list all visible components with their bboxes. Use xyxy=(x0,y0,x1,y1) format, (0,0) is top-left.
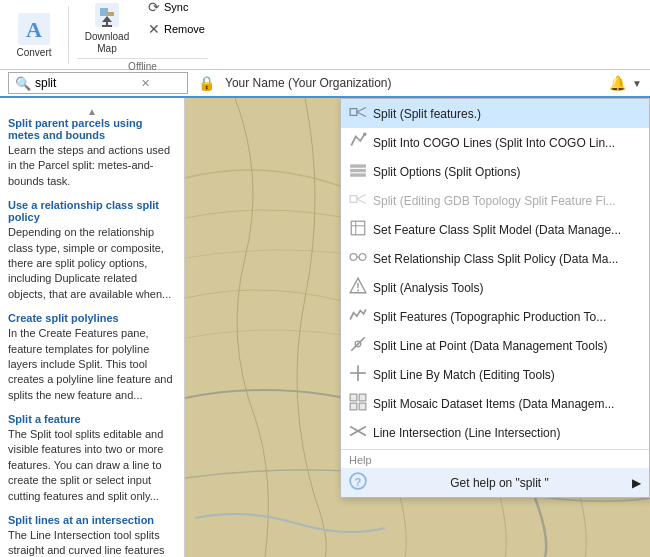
help-text-4: The Line Intersection tool splits straig… xyxy=(8,528,176,557)
help-panel: ▲ Split parent parcels using metes and b… xyxy=(0,98,185,557)
svg-text:A: A xyxy=(26,17,42,42)
split-options-icon xyxy=(349,161,367,182)
dropdown-item-line-intersection[interactable]: Line Intersection (Line Intersection) xyxy=(341,418,649,447)
offline-group-label: Offline xyxy=(77,58,208,72)
help-title-1[interactable]: Use a relationship class split policy xyxy=(8,199,176,223)
sync-icon: ⟳ xyxy=(148,0,160,15)
convert-label: Convert xyxy=(16,47,51,58)
dropdown-panel: Split (Split features.)Split Into COGO L… xyxy=(340,98,650,498)
dropdown-item-split-topographic[interactable]: Split Features (Topographic Production T… xyxy=(341,302,649,331)
remove-button[interactable]: ✕ Remove xyxy=(145,20,208,38)
convert-button[interactable]: A Convert xyxy=(8,6,60,64)
help-section-3: Split a featureThe Split tool splits edi… xyxy=(8,413,176,504)
help-title-3[interactable]: Split a feature xyxy=(8,413,176,425)
search-input-wrap[interactable]: 🔍 ✕ xyxy=(8,72,188,94)
svg-point-29 xyxy=(357,343,359,345)
svg-rect-3 xyxy=(100,8,108,16)
lock-icon: 🔒 xyxy=(198,75,215,91)
split-model-label: Set Feature Class Split Model (Data Mana… xyxy=(373,223,621,237)
svg-rect-34 xyxy=(350,403,357,410)
download-map-button[interactable]: DownloadMap xyxy=(77,0,137,56)
split-features-label: Split (Split features.) xyxy=(373,107,481,121)
ribbon-sync-remove: ⟳ Sync ✕ Remove xyxy=(145,0,208,38)
split-policy-label: Set Relationship Class Split Policy (Dat… xyxy=(373,252,618,266)
get-help-label: Get help on "split " xyxy=(450,476,549,490)
split-topographic-icon xyxy=(349,306,367,327)
split-mosaic-icon xyxy=(349,393,367,414)
split-at-point-icon xyxy=(349,335,367,356)
svg-point-21 xyxy=(350,254,357,261)
dropdown-divider-1 xyxy=(341,449,649,450)
help-section-0: Split parent parcels using metes and bou… xyxy=(8,117,176,189)
dropdown-item-split-policy[interactable]: Set Relationship Class Split Policy (Dat… xyxy=(341,244,649,273)
svg-rect-8 xyxy=(350,109,357,116)
svg-rect-33 xyxy=(359,394,366,401)
split-cogo-label: Split Into COGO Lines (Split Into COGO L… xyxy=(373,136,615,150)
help-title-0[interactable]: Split parent parcels using metes and bou… xyxy=(8,117,176,141)
download-icon xyxy=(91,0,123,31)
ribbon-group-offline: DownloadMap ⟳ Sync ✕ Remove Offline xyxy=(77,0,208,72)
search-icon: 🔍 xyxy=(15,76,31,91)
sync-button[interactable]: ⟳ Sync xyxy=(145,0,208,16)
help-section-label: Help xyxy=(341,452,649,468)
remove-icon: ✕ xyxy=(148,21,160,37)
ribbon: A Convert DownloadMap xyxy=(0,0,650,70)
help-text-0: Learn the steps and actions used in the … xyxy=(8,143,176,189)
split-mosaic-label: Split Mosaic Dataset Items (Data Managem… xyxy=(373,397,614,411)
svg-rect-15 xyxy=(350,196,357,203)
help-text-2: In the Create Features pane, feature tem… xyxy=(8,326,176,403)
sync-label: Sync xyxy=(164,1,188,13)
remove-label: Remove xyxy=(164,23,205,35)
svg-rect-14 xyxy=(350,173,366,176)
split-by-match-label: Split Line By Match (Editing Tools) xyxy=(373,368,555,382)
dropdown-item-split-at-point[interactable]: Split Line at Point (Data Management Too… xyxy=(341,331,649,360)
split-cogo-icon xyxy=(349,132,367,153)
split-features-icon xyxy=(349,103,367,124)
svg-rect-32 xyxy=(350,394,357,401)
get-help-item[interactable]: ?Get help on "split "▶ xyxy=(341,468,649,497)
dropdown-item-split-model[interactable]: Set Feature Class Split Model (Data Mana… xyxy=(341,215,649,244)
split-editing-icon xyxy=(349,190,367,211)
dropdown-item-split-analysis[interactable]: Split (Analysis Tools) xyxy=(341,273,649,302)
help-section-4: Split lines at an intersectionThe Line I… xyxy=(8,514,176,557)
split-by-match-icon xyxy=(349,364,367,385)
map-area: Split (Split features.)Split Into COGO L… xyxy=(185,98,650,557)
help-icon: ? xyxy=(349,472,367,493)
help-text-3: The Split tool splits editable and visib… xyxy=(8,427,176,504)
svg-point-22 xyxy=(359,254,366,261)
dropdown-item-split-mosaic[interactable]: Split Mosaic Dataset Items (Data Managem… xyxy=(341,389,649,418)
split-options-label: Split Options (Split Options) xyxy=(373,165,520,179)
dropdown-item-split-features[interactable]: Split (Split features.) xyxy=(341,99,649,128)
svg-point-11 xyxy=(363,133,366,136)
help-title-2[interactable]: Create split polylines xyxy=(8,312,176,324)
svg-rect-13 xyxy=(350,169,366,172)
split-model-icon xyxy=(349,219,367,240)
ribbon-group-convert: A Convert xyxy=(8,6,69,64)
svg-rect-35 xyxy=(359,403,366,410)
search-bar: 🔍 ✕ 🔒 Your Name (Your Organization) 🔔 ▼ xyxy=(0,70,650,98)
help-title-4[interactable]: Split lines at an intersection xyxy=(8,514,176,526)
line-intersection-label: Line Intersection (Line Intersection) xyxy=(373,426,560,440)
dropdown-item-split-cogo[interactable]: Split Into COGO Lines (Split Into COGO L… xyxy=(341,128,649,157)
main-area: ▲ Split parent parcels using metes and b… xyxy=(0,98,650,557)
search-clear-icon[interactable]: ✕ xyxy=(139,77,152,90)
dropdown-item-split-editing: Split (Editing GDB Topology Split Featur… xyxy=(341,186,649,215)
dropdown-item-split-options[interactable]: Split Options (Split Options) xyxy=(341,157,649,186)
user-name: Your Name (Your Organization) xyxy=(225,76,392,90)
bell-icon[interactable]: 🔔 xyxy=(609,75,626,91)
svg-line-9 xyxy=(357,108,366,113)
dropdown-item-split-by-match[interactable]: Split Line By Match (Editing Tools) xyxy=(341,360,649,389)
download-map-label: DownloadMap xyxy=(85,31,129,55)
split-editing-label: Split (Editing GDB Topology Split Featur… xyxy=(373,194,616,208)
help-section-1: Use a relationship class split policyDep… xyxy=(8,199,176,302)
svg-point-26 xyxy=(357,290,359,292)
chevron-down-icon: ▼ xyxy=(632,78,642,89)
svg-rect-18 xyxy=(351,221,365,235)
svg-line-16 xyxy=(357,195,366,200)
help-text-1: Depending on the relationship class type… xyxy=(8,225,176,302)
help-section-2: Create split polylinesIn the Create Feat… xyxy=(8,312,176,403)
split-topographic-label: Split Features (Topographic Production T… xyxy=(373,310,606,324)
scroll-up-arrow[interactable]: ▲ xyxy=(8,106,176,117)
svg-rect-12 xyxy=(350,164,366,167)
search-input[interactable] xyxy=(35,76,135,90)
